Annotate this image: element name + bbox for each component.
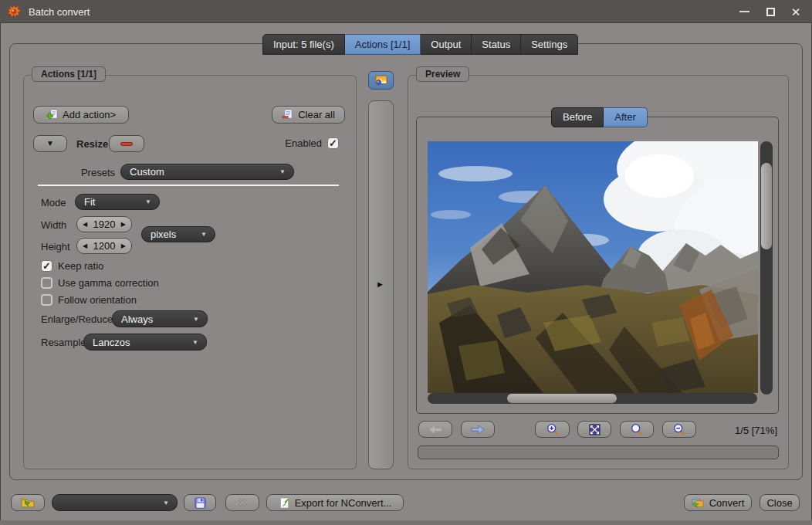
dropdown-arrow-icon: ▼ <box>201 231 207 238</box>
batch-convert-window: Batch convert ✕ Input: 5 file(s) Actions… <box>0 0 812 525</box>
tab-status[interactable]: Status <box>472 34 521 55</box>
presets-dropdown[interactable]: Custom ▼ <box>120 164 294 180</box>
height-stepper[interactable]: ◀ 1200 ▶ <box>76 238 132 254</box>
export-icon <box>279 497 290 509</box>
close-dialog-button[interactable]: Close <box>760 494 800 511</box>
add-action-button[interactable]: Add action> <box>33 106 129 124</box>
height-label: Height <box>41 241 70 252</box>
delete-preset-button[interactable] <box>225 494 259 511</box>
enlarge-value: Always <box>121 313 153 325</box>
add-action-label: Add action> <box>63 109 116 120</box>
expand-arrow-icon[interactable]: ► <box>376 279 384 289</box>
vertical-scrollbar-thumb[interactable] <box>761 163 772 249</box>
orientation-checkbox[interactable] <box>41 294 52 306</box>
keep-ratio-row: ✓ Keep ratio <box>41 260 103 272</box>
dropdown-arrow-icon: ▼ <box>192 339 198 346</box>
zoom-in-button[interactable] <box>535 421 570 438</box>
presets-label: Presets <box>47 167 115 178</box>
collapse-action-button[interactable]: ▼ <box>33 135 67 152</box>
gamma-row: Use gamma correction <box>41 277 159 289</box>
save-preset-button[interactable] <box>184 494 216 511</box>
keep-ratio-checkbox[interactable]: ✓ <box>41 260 52 272</box>
zoom-out-button[interactable] <box>662 421 696 438</box>
preview-toggle-button[interactable] <box>368 71 394 90</box>
tab-input[interactable]: Input: 5 file(s) <box>262 34 345 55</box>
dropdown-arrow-icon: ▼ <box>193 316 199 323</box>
horizontal-scrollbar[interactable] <box>428 393 757 404</box>
back-arrow-icon <box>428 425 442 435</box>
fit-to-window-button[interactable] <box>577 421 611 438</box>
gamma-label: Use gamma correction <box>58 277 159 289</box>
clear-all-label: Clear all <box>298 109 335 120</box>
actions-panel: Actions [1/1] Add action> Clear all ▼ Re… <box>23 75 357 469</box>
close-label: Close <box>766 497 792 509</box>
enabled-checkbox[interactable]: ✓ <box>327 137 339 149</box>
fit-icon <box>589 424 601 435</box>
orientation-row: Follow orientation <box>41 294 137 306</box>
zoom-original-button[interactable] <box>620 421 654 438</box>
splitter-panel[interactable]: ► <box>368 100 394 469</box>
dropdown-arrow-icon: ▼ <box>279 168 286 175</box>
preview-image <box>428 141 758 393</box>
dropdown-arrow-icon: ▼ <box>145 198 151 205</box>
vertical-scrollbar[interactable] <box>760 141 773 395</box>
remove-action-button[interactable] <box>109 135 144 152</box>
close-icon: ✕ <box>791 6 801 18</box>
enabled-row: Enabled ✓ <box>285 137 339 149</box>
preset-dropdown[interactable]: ▼ <box>52 494 178 511</box>
delete-x-icon <box>237 497 248 508</box>
horizontal-scrollbar-thumb[interactable] <box>507 394 617 403</box>
gamma-checkbox[interactable] <box>41 277 52 289</box>
tab-settings[interactable]: Settings <box>521 34 578 55</box>
mode-dropdown[interactable]: Fit ▼ <box>75 194 160 210</box>
maximize-button[interactable] <box>758 0 783 23</box>
width-stepper[interactable]: ◀ 1920 ▶ <box>76 216 132 232</box>
convert-icon <box>692 498 705 508</box>
minimize-button[interactable] <box>732 0 756 23</box>
close-button[interactable]: ✕ <box>783 0 808 23</box>
app-icon <box>7 5 21 19</box>
tab-before[interactable]: Before <box>551 107 604 127</box>
width-label: Width <box>41 219 66 231</box>
tab-output[interactable]: Output <box>421 34 472 55</box>
resample-dropdown[interactable]: Lanczos ▼ <box>83 334 207 351</box>
load-preset-button[interactable] <box>11 494 45 511</box>
next-image-button[interactable] <box>461 421 495 438</box>
width-value: 1920 <box>93 218 116 230</box>
keep-ratio-label: Keep ratio <box>58 260 103 272</box>
unit-value: pixels <box>151 229 176 240</box>
progress-bar <box>418 445 779 459</box>
export-nconvert-button[interactable]: Export for NConvert... <box>266 494 404 511</box>
window-title: Batch convert <box>29 6 90 18</box>
actions-panel-title: Actions [1/1] <box>32 66 106 82</box>
mode-label: Mode <box>41 197 66 208</box>
spin-left-icon[interactable]: ◀ <box>83 221 87 228</box>
separator-line <box>38 185 339 186</box>
convert-label: Convert <box>709 497 745 509</box>
enlarge-dropdown[interactable]: Always ▼ <box>112 310 208 327</box>
enlarge-label: Enlarge/Reduce <box>41 313 113 325</box>
resample-value: Lanczos <box>93 337 130 348</box>
tab-actions[interactable]: Actions [1/1] <box>345 34 421 55</box>
enabled-label: Enabled <box>285 137 322 149</box>
clear-all-icon <box>282 109 293 120</box>
clear-all-button[interactable]: Clear all <box>272 106 345 124</box>
preview-status: 1/5 [71%] <box>735 425 777 436</box>
resample-label: Resample <box>41 337 86 348</box>
convert-button[interactable]: Convert <box>684 494 752 511</box>
spin-left-icon[interactable]: ◀ <box>83 242 87 249</box>
height-value: 1200 <box>93 240 116 252</box>
spin-right-icon[interactable]: ▶ <box>121 221 126 228</box>
export-label: Export for NConvert... <box>295 497 392 509</box>
mountain-photo <box>428 141 758 393</box>
window-bottom-edge <box>0 520 812 525</box>
forward-arrow-icon <box>471 425 485 435</box>
chevron-down-icon: ▼ <box>46 140 54 147</box>
preview-panel: Preview Before After <box>408 75 789 469</box>
mode-value: Fit <box>84 196 95 208</box>
title-bar: Batch convert ✕ <box>0 0 812 23</box>
unit-dropdown[interactable]: pixels ▼ <box>141 226 215 242</box>
previous-image-button[interactable] <box>418 421 452 438</box>
spin-right-icon[interactable]: ▶ <box>121 242 126 249</box>
tab-after[interactable]: After <box>604 107 647 127</box>
